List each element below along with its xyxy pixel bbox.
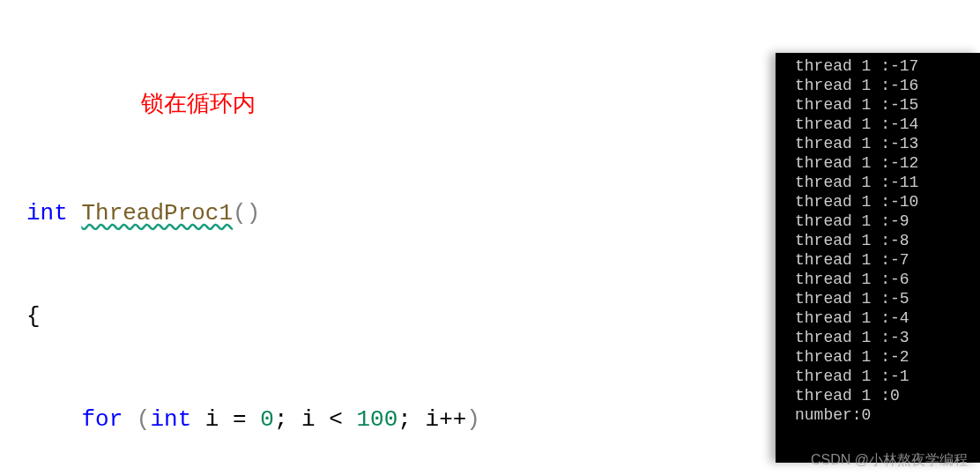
terminal-line: thread 1 :-9 [795, 212, 973, 231]
terminal-line: thread 1 :-16 [795, 76, 973, 95]
paren: ( [137, 406, 151, 433]
brace: { [26, 303, 41, 330]
number-literal: 0 [260, 406, 274, 433]
terminal-line: number:0 [795, 405, 973, 425]
watermark: CSDN @小林熬夜学编程 [811, 451, 968, 470]
terminal-line: thread 1 :-4 [795, 308, 973, 328]
identifier: ; i < [274, 406, 357, 433]
identifier: ; i++ [397, 406, 466, 433]
terminal-line: thread 1 :-12 [795, 153, 973, 173]
code-line: { [26, 300, 740, 334]
number-literal: 100 [357, 406, 398, 433]
keyword-int: int [26, 200, 68, 226]
terminal-line: thread 1 :-10 [795, 192, 973, 212]
terminal-line: thread 1 :-1 [795, 367, 973, 386]
code-editor: 锁在循环内 int ThreadProc1() { for (int i = 0… [0, 0, 767, 475]
terminal-line: thread 1 :-17 [795, 56, 973, 76]
function-name: ThreadProc1 [81, 200, 233, 226]
terminal-line: thread 1 :-6 [795, 270, 973, 289]
paren: () [233, 200, 260, 226]
terminal-line: thread 1 :-2 [795, 347, 973, 367]
terminal-line: thread 1 :-8 [795, 231, 973, 250]
identifier: i = [191, 406, 260, 433]
terminal-line: thread 1 :-14 [795, 115, 973, 134]
terminal-output[interactable]: thread 1 :-17thread 1 :-16thread 1 :-15t… [776, 53, 980, 463]
terminal-line: thread 1 :-3 [795, 328, 973, 347]
terminal-line: thread 1 :-15 [795, 95, 973, 115]
annotation-text: 锁在循环内 [141, 86, 740, 121]
code-line: int ThreadProc1() [26, 197, 740, 231]
code-line: for (int i = 0; i < 100; i++) [26, 403, 740, 437]
terminal-line: thread 1 :-7 [795, 250, 973, 270]
terminal-line: thread 1 :0 [795, 386, 973, 405]
paren: ) [466, 406, 480, 433]
terminal-line: thread 1 :-11 [795, 173, 973, 192]
keyword-int: int [150, 406, 191, 433]
terminal-line: thread 1 :-13 [795, 134, 973, 153]
terminal-line: thread 1 :-5 [795, 289, 973, 308]
keyword-for: for [81, 406, 122, 433]
